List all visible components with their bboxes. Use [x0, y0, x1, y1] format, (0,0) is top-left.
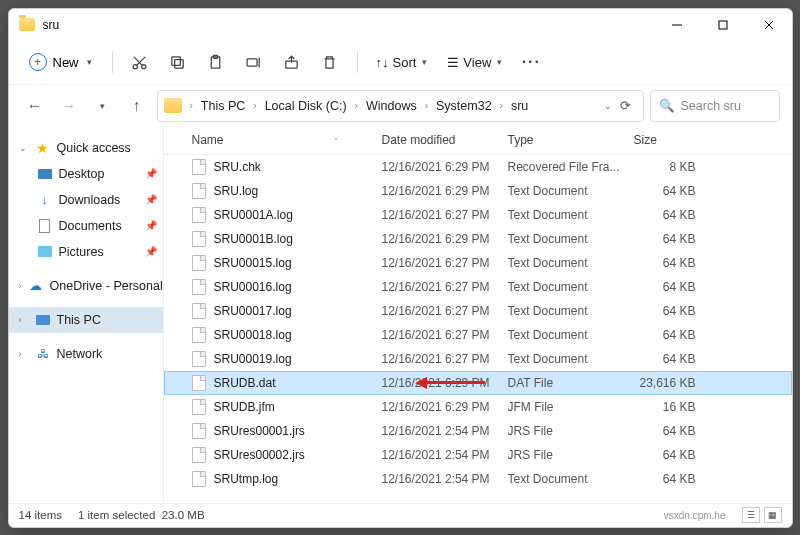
- separator: [112, 51, 113, 73]
- sidebar-item-onedrive[interactable]: › ☁ OneDrive - Personal: [9, 273, 163, 299]
- collapse-icon[interactable]: ⌄: [19, 143, 29, 153]
- maximize-button[interactable]: [700, 9, 746, 41]
- file-row[interactable]: SRUtmp.log12/16/2021 2:54 PMText Documen…: [164, 467, 792, 491]
- file-icon: [192, 327, 206, 343]
- header-type[interactable]: Type: [508, 133, 634, 147]
- file-size: 64 KB: [634, 280, 706, 294]
- file-icon: [192, 423, 206, 439]
- file-icon: [192, 207, 206, 223]
- selection-info: 1 item selected 23.0 MB: [78, 509, 205, 521]
- file-row[interactable]: SRU00019.log12/16/2021 6:27 PMText Docum…: [164, 347, 792, 371]
- file-type: Text Document: [508, 184, 634, 198]
- file-icon: [192, 303, 206, 319]
- breadcrumb-item[interactable]: Local Disk (C:): [261, 97, 351, 115]
- file-type: Text Document: [508, 304, 634, 318]
- navigation-row: ← → ▾ ↑ › This PC › Local Disk (C:) › Wi…: [9, 85, 792, 127]
- forward-button[interactable]: →: [55, 92, 83, 120]
- file-date: 12/16/2021 6:29 PM: [382, 160, 508, 174]
- file-row[interactable]: SRU.chk12/16/2021 6:29 PMRecovered File …: [164, 155, 792, 179]
- sidebar-item-desktop[interactable]: Desktop 📌: [9, 161, 163, 187]
- file-date: 12/16/2021 6:27 PM: [382, 352, 508, 366]
- sort-button[interactable]: ↑↓ Sort ▾: [368, 51, 436, 74]
- view-button[interactable]: ☰ View ▾: [439, 51, 510, 74]
- address-bar[interactable]: › This PC › Local Disk (C:) › Windows › …: [157, 90, 644, 122]
- header-name[interactable]: Name˄: [192, 133, 382, 147]
- sidebar-item-this-pc[interactable]: › This PC: [9, 307, 163, 333]
- sidebar-item-downloads[interactable]: ↓ Downloads 📌: [9, 187, 163, 213]
- view-toggle[interactable]: ☰ ▦: [742, 507, 782, 523]
- tiles-view-icon[interactable]: ▦: [764, 507, 782, 523]
- close-button[interactable]: [746, 9, 792, 41]
- file-row[interactable]: SRU0001B.log12/16/2021 6:29 PMText Docum…: [164, 227, 792, 251]
- file-type: Text Document: [508, 280, 634, 294]
- file-row[interactable]: SRU00016.log12/16/2021 6:27 PMText Docum…: [164, 275, 792, 299]
- window-title: sru: [43, 18, 60, 32]
- file-name: SRUDB.jfm: [214, 400, 382, 414]
- sort-icon: ↑↓: [376, 55, 389, 70]
- svg-rect-8: [175, 59, 184, 67]
- file-size: 64 KB: [634, 208, 706, 222]
- file-type: Text Document: [508, 208, 634, 222]
- expand-icon[interactable]: ›: [19, 281, 22, 291]
- share-button[interactable]: [275, 45, 309, 79]
- chevron-right-icon: ›: [188, 100, 195, 111]
- file-type: Text Document: [508, 352, 634, 366]
- file-row[interactable]: SRUDB.jfm12/16/2021 6:29 PMJFM File16 KB: [164, 395, 792, 419]
- breadcrumb-item[interactable]: This PC: [197, 97, 249, 115]
- sidebar-item-pictures[interactable]: Pictures 📌: [9, 239, 163, 265]
- file-size: 64 KB: [634, 184, 706, 198]
- file-type: Recovered File Fra...: [508, 160, 634, 174]
- copy-button[interactable]: [161, 45, 195, 79]
- file-name: SRU00018.log: [214, 328, 382, 342]
- file-row[interactable]: SRU.log12/16/2021 6:29 PMText Document64…: [164, 179, 792, 203]
- minimize-button[interactable]: [654, 9, 700, 41]
- file-row[interactable]: SRU00018.log12/16/2021 6:27 PMText Docum…: [164, 323, 792, 347]
- expand-icon[interactable]: ›: [19, 349, 29, 359]
- breadcrumb-item[interactable]: Windows: [362, 97, 421, 115]
- file-row[interactable]: SRU00017.log12/16/2021 6:27 PMText Docum…: [164, 299, 792, 323]
- file-date: 12/16/2021 2:54 PM: [382, 472, 508, 486]
- new-button[interactable]: + New ▾: [19, 49, 102, 75]
- chevron-down-icon: ▾: [497, 57, 502, 67]
- file-date: 12/16/2021 6:27 PM: [382, 208, 508, 222]
- title-bar[interactable]: sru: [9, 9, 792, 41]
- file-icon: [192, 231, 206, 247]
- file-icon: [192, 399, 206, 415]
- expand-icon[interactable]: ›: [19, 315, 29, 325]
- chevron-right-icon: ›: [423, 100, 430, 111]
- up-button[interactable]: ↑: [123, 92, 151, 120]
- sidebar-item-documents[interactable]: Documents 📌: [9, 213, 163, 239]
- file-list[interactable]: SRU.chk12/16/2021 6:29 PMRecovered File …: [164, 155, 792, 503]
- cut-button[interactable]: [123, 45, 157, 79]
- cloud-icon: ☁: [28, 279, 44, 293]
- header-size[interactable]: Size: [634, 133, 706, 147]
- file-name: SRU0001B.log: [214, 232, 382, 246]
- details-view-icon[interactable]: ☰: [742, 507, 760, 523]
- search-icon: 🔍: [659, 98, 675, 113]
- file-row[interactable]: SRU0001A.log12/16/2021 6:27 PMText Docum…: [164, 203, 792, 227]
- file-row[interactable]: SRUres00001.jrs12/16/2021 2:54 PMJRS Fil…: [164, 419, 792, 443]
- recent-dropdown[interactable]: ▾: [89, 92, 117, 120]
- breadcrumb-item[interactable]: sru: [507, 97, 532, 115]
- chevron-down-icon[interactable]: ⌄: [604, 101, 612, 111]
- file-name: SRU.log: [214, 184, 382, 198]
- documents-icon: [39, 219, 50, 233]
- sidebar-item-network[interactable]: › 🖧 Network: [9, 341, 163, 367]
- header-date[interactable]: Date modified: [382, 133, 508, 147]
- file-row[interactable]: SRUres00002.jrs12/16/2021 2:54 PMJRS Fil…: [164, 443, 792, 467]
- file-type: DAT File: [508, 376, 634, 390]
- delete-button[interactable]: [313, 45, 347, 79]
- breadcrumb-item[interactable]: System32: [432, 97, 496, 115]
- sidebar-item-quick-access[interactable]: ⌄ ★ Quick access: [9, 135, 163, 161]
- file-row[interactable]: SRUDB.dat12/16/2021 6:29 PMDAT File23,61…: [164, 371, 792, 395]
- file-row[interactable]: SRU00015.log12/16/2021 6:27 PMText Docum…: [164, 251, 792, 275]
- search-input[interactable]: 🔍 Search sru: [650, 90, 780, 122]
- file-size: 64 KB: [634, 352, 706, 366]
- refresh-button[interactable]: ⟳: [620, 98, 631, 113]
- back-button[interactable]: ←: [21, 92, 49, 120]
- pictures-icon: [38, 246, 52, 257]
- more-button[interactable]: ···: [514, 45, 548, 79]
- file-size: 64 KB: [634, 448, 706, 462]
- paste-button[interactable]: [199, 45, 233, 79]
- rename-button[interactable]: [237, 45, 271, 79]
